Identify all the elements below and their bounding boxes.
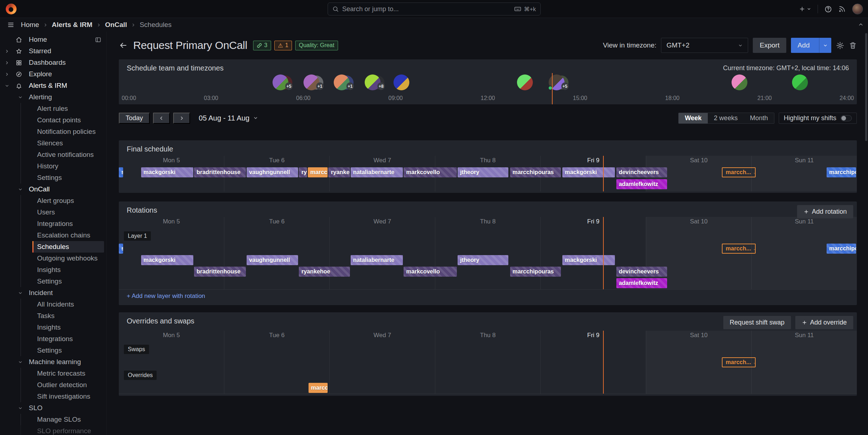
sidebar-item-silences[interactable]: Silences (0, 137, 106, 149)
shift-block[interactable]: vaughngunnell (247, 167, 298, 177)
add-layer-link[interactable]: + Add new layer with rotation (127, 293, 205, 300)
sidebar-item-users[interactable]: Users (0, 207, 106, 218)
sidebar-item-metric-forecasts[interactable]: Metric forecasts (0, 368, 106, 379)
prev-week-button[interactable] (153, 113, 170, 124)
menu-toggle-icon[interactable] (7, 21, 14, 28)
new-menu-button[interactable] (799, 6, 811, 12)
highlight-my-shifts[interactable]: Highlight my shifts (779, 113, 857, 124)
sidebar-item-alerts-irm[interactable]: Alerts & IRM (0, 80, 106, 91)
sidebar-item-starred[interactable]: Starred (0, 45, 106, 57)
chevron-right-icon[interactable] (5, 72, 9, 77)
sidebar-item-contact-points[interactable]: Contact points (0, 114, 106, 126)
shift-block[interactable]: marcchip (308, 167, 328, 177)
shift-block[interactable]: marcchipoura (827, 244, 856, 254)
user-avatar-group[interactable] (792, 74, 808, 90)
highlight-toggle[interactable] (841, 115, 852, 121)
sidebar-item-explore[interactable]: Explore (0, 68, 106, 80)
delete-trash-icon[interactable] (849, 41, 857, 49)
back-button[interactable] (119, 41, 127, 50)
sidebar-item-machine-learning[interactable]: Machine learning (0, 356, 106, 368)
quality-badge[interactable]: Quality: Great (295, 41, 338, 50)
shift-block[interactable]: marcchipouras (510, 167, 561, 177)
sidebar-item-sift-investigations[interactable]: Sift investigations (0, 391, 106, 402)
sidebar-item-alerting[interactable]: Alerting (0, 91, 106, 103)
user-avatar[interactable] (517, 74, 533, 90)
shift-block[interactable]: markcovello (404, 267, 457, 277)
shift-block[interactable]: vaughngunnell (247, 255, 298, 265)
warnings-badge[interactable]: ⚠ 1 (274, 41, 292, 50)
user-avatar-group[interactable] (517, 74, 533, 90)
shift-block[interactable]: jtheory (458, 167, 509, 177)
sidebar-item-outgoing-webhooks[interactable]: Outgoing webhooks (0, 253, 106, 264)
shift-block[interactable]: markcovello (404, 167, 457, 177)
timezone-select[interactable]: GMT+2 (661, 38, 748, 53)
shift-swap-request[interactable]: marcch... → ? (722, 357, 756, 367)
chevron-down-icon[interactable] (18, 406, 23, 411)
sidebar-item-integrations[interactable]: Integrations (0, 218, 106, 230)
shift-block[interactable]: adamlefkowitz (616, 179, 667, 189)
chevron-down-icon[interactable] (18, 291, 23, 295)
shift-block[interactable]: adamlefkowitz (616, 278, 667, 288)
page-scrollbar[interactable] (865, 33, 867, 141)
news-button[interactable] (838, 5, 846, 13)
shift-swap-request[interactable]: marcch... → ? (722, 244, 756, 254)
sidebar-item-escalation-chains[interactable]: Escalation chains (0, 230, 106, 241)
sidebar-item-insights[interactable]: Insights (0, 322, 106, 333)
today-button[interactable]: Today (119, 113, 150, 124)
add-rotation-button[interactable]: Add rotation (797, 205, 853, 218)
shift-block[interactable]: ryankehoe (299, 267, 350, 277)
user-avatar[interactable] (732, 74, 747, 90)
add-override-button[interactable]: Add override (795, 316, 853, 329)
user-avatar-group[interactable]: +1 (334, 74, 350, 90)
grafana-logo-icon[interactable] (6, 4, 17, 14)
chevron-down-icon[interactable] (18, 360, 23, 364)
sidebar-item-oncall[interactable]: OnCall (0, 183, 106, 195)
shift-block[interactable]: marcchip (309, 383, 328, 393)
chevron-down-icon[interactable] (5, 83, 9, 88)
sidebar-item-outlier-detection[interactable]: Outlier detection (0, 379, 106, 391)
date-range-picker[interactable]: 05 Aug - 11 Aug (199, 114, 258, 122)
shift-block[interactable]: bradrittenhouse (194, 267, 246, 277)
sidebar-item-tasks[interactable]: Tasks (0, 310, 106, 322)
shift-block[interactable]: mackgorski (562, 255, 615, 265)
breadcrumb-item-home[interactable]: Home (21, 21, 39, 29)
shift-block[interactable]: jtheory (458, 255, 509, 265)
export-button[interactable]: Export (753, 38, 786, 53)
sidebar-item-settings[interactable]: Settings (0, 276, 106, 287)
sidebar-item-dashboards[interactable]: Dashboards (0, 57, 106, 68)
user-avatar-group[interactable]: +5 (273, 74, 288, 90)
shift-block[interactable]: ryankeho (328, 167, 350, 177)
sidebar-item-integrations[interactable]: Integrations (0, 333, 106, 345)
sidebar-item-settings[interactable]: Settings (0, 345, 106, 356)
breadcrumb-item-alerts-irm[interactable]: Alerts & IRM (52, 21, 93, 29)
user-avatar-group[interactable] (393, 74, 409, 90)
chevron-up-icon[interactable] (858, 22, 864, 27)
chevron-down-icon[interactable] (18, 95, 23, 100)
dock-icon[interactable] (95, 37, 101, 43)
shift-block[interactable]: devincheevers (616, 167, 667, 177)
sidebar-item-all-incidents[interactable]: All Incidents (0, 299, 106, 310)
shift-block[interactable]: rya (299, 167, 307, 177)
sidebar-item-manage-slos[interactable]: Manage SLOs (0, 414, 106, 425)
add-button[interactable]: Add (791, 38, 831, 53)
sidebar-item-incident[interactable]: Incident (0, 287, 106, 299)
add-dropdown-caret[interactable] (819, 38, 831, 53)
sidebar-item-schedules[interactable]: Schedules (0, 241, 106, 253)
user-avatar-group[interactable] (732, 74, 747, 90)
shift-block[interactable]: marcchipoura (827, 167, 856, 177)
chevron-right-icon[interactable] (5, 49, 9, 54)
user-avatar[interactable] (852, 4, 863, 14)
help-button[interactable] (824, 5, 832, 13)
user-avatar[interactable] (393, 74, 409, 90)
sidebar-item-history[interactable]: History (0, 160, 106, 172)
view-option-2-weeks[interactable]: 2 weeks (708, 113, 744, 123)
settings-gear-icon[interactable] (836, 41, 844, 50)
shift-block[interactable]: mackgorski (562, 167, 615, 177)
linked-escalations-badge[interactable]: 3 (253, 41, 271, 50)
shift-block[interactable]: devincheevers (616, 267, 667, 277)
view-option-month[interactable]: Month (744, 113, 774, 123)
sidebar-item-notification-policies[interactable]: Notification policies (0, 126, 106, 137)
sidebar-item-settings[interactable]: Settings (0, 172, 106, 183)
search-input[interactable]: Search or jump to... ⌘+k (328, 3, 541, 15)
sidebar-item-active-notifications[interactable]: Active notifications (0, 149, 106, 160)
